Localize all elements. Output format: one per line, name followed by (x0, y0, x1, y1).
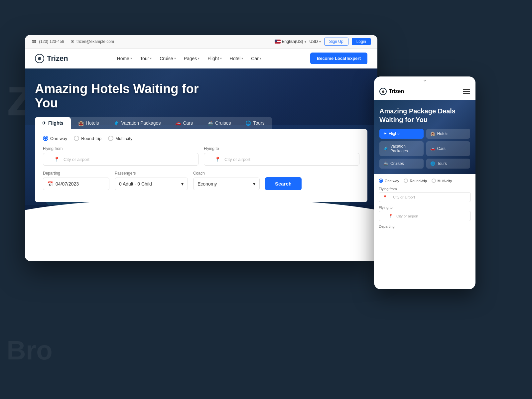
airports-row: Flying from 📍 City or airport Flying to … (43, 146, 359, 166)
mobile-tabs-row2: 🧳 Vacation Packages 🚗 Cars (379, 141, 470, 156)
tab-vacation[interactable]: 🧳 Vacation Packages (106, 117, 168, 129)
nav-car[interactable]: Car (251, 56, 261, 61)
oneway-option[interactable]: One way (43, 136, 67, 141)
tab-cars[interactable]: 🚗 Cars (168, 117, 200, 129)
flying-from-input[interactable]: 📍 City or airport (43, 153, 199, 166)
phone-info: ☎ (123) 123-456 (32, 39, 64, 44)
tab-cruises[interactable]: 🚢 Cruises (200, 117, 238, 129)
search-button[interactable]: Search (265, 177, 302, 190)
tours-tab-icon: 🌐 (245, 120, 251, 126)
mobile-flying-to-group: Flying to 📍 City or airport (379, 205, 471, 221)
mobile-vacation-icon: 🧳 (383, 146, 388, 151)
mobile-oneway-radio[interactable] (379, 179, 383, 183)
passengers-caret: ▾ (181, 181, 184, 187)
mobile-from-placeholder: City or airport (388, 195, 415, 199)
mobile-multicity[interactable]: Multi-city (432, 179, 452, 183)
mobile-departing-group: Departing (379, 224, 471, 228)
mobile-roundtrip-radio[interactable] (404, 179, 408, 183)
logo[interactable]: ⊕ Trizen (35, 54, 68, 63)
become-expert-button[interactable]: Become Local Expert (310, 53, 367, 64)
passengers-value: 0 Adult - 0 Child (119, 181, 152, 187)
multicity-radio[interactable] (108, 136, 113, 141)
flights-tab-icon: ✈ (42, 120, 46, 126)
hero-title: Amazing Hotels Waiting for You (25, 68, 224, 117)
mobile-cars-icon: 🚗 (430, 146, 435, 151)
mobile-to-icon: 📍 (388, 214, 393, 218)
nav-hotel[interactable]: Hotel (230, 56, 243, 61)
tab-flights[interactable]: ✈ Flights (35, 117, 71, 129)
multicity-option[interactable]: Multi-city (108, 136, 132, 141)
hamburger-line-3 (463, 93, 470, 94)
mobile-tab-cruises[interactable]: 🚢 Cruises (379, 159, 424, 169)
nav-tour[interactable]: Tour (140, 56, 152, 61)
vacation-tab-icon: 🧳 (114, 120, 119, 126)
tab-hotels[interactable]: 🏨 Hotels (71, 117, 106, 129)
search-tabs: ✈ Flights 🏨 Hotels 🧳 Vacation Packages 🚗… (35, 117, 272, 129)
tab-tours[interactable]: 🌐 Tours (238, 117, 272, 129)
email-info: ✉ trizen@example.com (71, 39, 114, 44)
nav-home[interactable]: Home (117, 56, 132, 61)
chevron-down-icon: ⌄ (423, 77, 427, 82)
nav-pages[interactable]: Pages (184, 56, 200, 61)
mobile-flying-from-group: Flying from 📍 City or airport (379, 187, 471, 202)
search-form: One way Round-trip Multi-city Flying fro… (35, 129, 367, 202)
flying-to-label: Flying to (204, 146, 359, 151)
passengers-select[interactable]: 0 Adult - 0 Child ▾ (115, 178, 188, 190)
flying-to-input[interactable]: 📍 City or airport (204, 153, 359, 166)
mobile-flying-from-input[interactable]: 📍 City or airport (379, 192, 471, 202)
phone-icon: ☎ (32, 39, 37, 44)
roundtrip-option[interactable]: Round-trip (74, 136, 101, 141)
cruises-tab-icon: 🚢 (207, 120, 213, 126)
coach-group: Coach Economy ▾ (193, 171, 260, 190)
departing-label: Departing (43, 171, 109, 176)
mobile-from-icon: 📍 (383, 195, 387, 200)
mobile-logo-icon: ⊕ (379, 88, 387, 95)
coach-value: Economy (198, 181, 217, 187)
mobile-hotels-icon: 🏨 (430, 131, 435, 136)
mobile-logo[interactable]: ⊕ Trizen (379, 88, 404, 95)
departing-group: Departing 📅 04/07/2023 (43, 171, 109, 190)
mobile-tab-hotels[interactable]: 🏨 Hotels (426, 129, 470, 139)
hamburger-menu[interactable] (463, 89, 470, 94)
departing-value: 04/07/2023 (56, 181, 79, 187)
top-bar-left: ☎ (123) 123-456 ✉ trizen@example.com (32, 39, 114, 44)
flying-from-label: Flying from (43, 146, 199, 151)
mobile-tab-flights[interactable]: ✈ Flights (379, 129, 424, 139)
mobile-roundtrip[interactable]: Round-trip (404, 179, 427, 183)
roundtrip-radio[interactable] (74, 136, 79, 141)
mobile-tab-cars[interactable]: 🚗 Cars (426, 141, 470, 156)
coach-label: Coach (193, 171, 260, 176)
signup-button[interactable]: Sign Up (324, 38, 348, 46)
mobile-tab-vacation[interactable]: 🧳 Vacation Packages (379, 141, 424, 156)
top-bar-right: English(US) ▾ USD ▾ Sign Up Login (275, 38, 371, 46)
mobile-multicity-radio[interactable] (432, 179, 436, 183)
top-bar: ☎ (123) 123-456 ✉ trizen@example.com Eng… (25, 35, 377, 49)
currency-caret: ▾ (319, 40, 321, 44)
coach-caret: ▾ (253, 181, 255, 187)
hamburger-line-2 (463, 91, 470, 92)
nav-cruise[interactable]: Cruise (160, 56, 176, 61)
search-area: ✈ Flights 🏨 Hotels 🧳 Vacation Packages 🚗… (35, 117, 367, 202)
mobile-flying-to-input[interactable]: 📍 City or airport (379, 211, 471, 221)
coach-select[interactable]: Economy ▾ (193, 178, 260, 190)
currency-selector[interactable]: USD ▾ (310, 39, 321, 44)
login-button[interactable]: Login (352, 38, 371, 45)
hamburger-line-1 (463, 89, 470, 90)
passengers-label: Passengers (115, 171, 188, 176)
language-selector[interactable]: English(US) ▾ (275, 39, 306, 44)
email-icon: ✉ (71, 39, 74, 44)
nav-flight[interactable]: Flight (207, 56, 221, 61)
oneway-radio[interactable] (43, 136, 48, 141)
hotels-tab-icon: 🏨 (78, 120, 84, 126)
mobile-trip-options: One way Round-trip Multi-city (379, 179, 471, 183)
logo-icon: ⊕ (35, 54, 44, 63)
mobile-mockup: ⌄ ⊕ Trizen Amazing Package Deals Waiting… (374, 76, 475, 289)
mobile-tab-tours[interactable]: 🌐 Tours (426, 159, 470, 169)
nav-links: Home Tour Cruise Pages Flight Hotel Car (117, 56, 261, 61)
mobile-tours-icon: 🌐 (430, 161, 435, 166)
mobile-oneway[interactable]: One way (379, 179, 399, 183)
mobile-flying-from-label: Flying from (379, 187, 471, 191)
departing-input[interactable]: 📅 04/07/2023 (43, 178, 109, 190)
mobile-flights-icon: ✈ (383, 131, 387, 136)
flying-from-placeholder: City or airport (64, 157, 89, 162)
